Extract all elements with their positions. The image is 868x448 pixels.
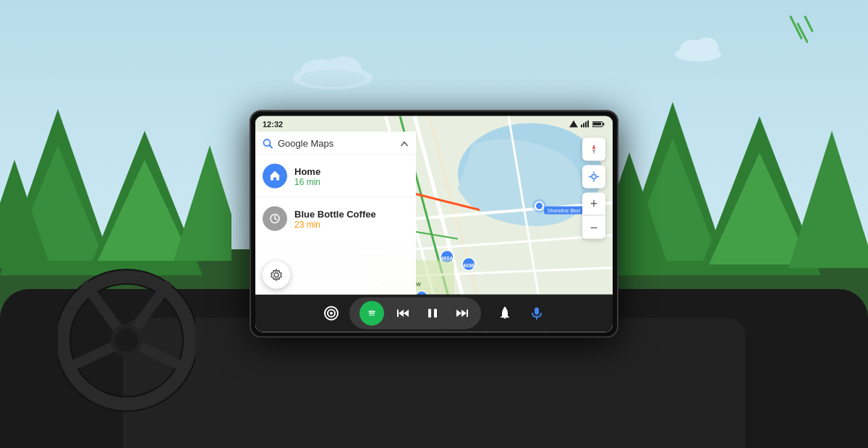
svg-marker-64 — [592, 150, 595, 155]
svg-marker-60 — [270, 171, 280, 176]
coffee-time: 23 min — [294, 219, 376, 229]
zoom-out-button[interactable]: − — [582, 216, 605, 239]
svg-rect-57 — [593, 123, 601, 126]
spotify-button[interactable] — [359, 301, 384, 326]
android-icon — [323, 306, 339, 322]
chevron-up-icon — [400, 139, 409, 147]
location-button[interactable] — [582, 165, 605, 189]
destination-coffee[interactable]: Blue Bottle Coffee 23 min — [255, 198, 416, 240]
bell-icon — [498, 306, 512, 321]
svg-rect-77 — [428, 309, 431, 318]
search-icon — [263, 138, 273, 148]
svg-marker-14 — [98, 160, 192, 261]
svg-rect-78 — [434, 309, 437, 318]
next-track-button[interactable] — [452, 304, 471, 323]
svg-rect-76 — [397, 310, 399, 317]
svg-rect-83 — [535, 308, 539, 315]
zoom-in-button[interactable]: + — [582, 193, 605, 216]
settings-button[interactable] — [263, 262, 290, 289]
home-info: Home 16 min — [294, 165, 320, 186]
svg-rect-81 — [467, 310, 468, 317]
bell-button[interactable] — [491, 300, 519, 327]
location-dot — [535, 202, 544, 211]
mic-icon — [529, 306, 544, 321]
gear-icon — [270, 269, 283, 282]
cloud-small — [673, 36, 723, 64]
destination-home[interactable]: Home 16 min — [255, 155, 416, 198]
svg-point-6 — [300, 69, 365, 87]
steering-wheel — [58, 264, 195, 419]
svg-marker-15 — [174, 145, 231, 261]
prev-track-button[interactable] — [394, 304, 413, 323]
svg-rect-54 — [587, 121, 589, 128]
map-controls: + − — [582, 138, 605, 239]
svg-marker-74 — [399, 310, 404, 317]
media-controls-group — [349, 298, 481, 329]
home-icon — [269, 171, 281, 182]
history-icon — [269, 213, 281, 225]
svg-marker-79 — [461, 310, 467, 317]
svg-point-9 — [695, 38, 718, 58]
status-icons — [569, 121, 605, 128]
compass-icon — [588, 144, 600, 155]
microphone-button[interactable] — [523, 300, 550, 327]
svg-point-82 — [504, 307, 506, 309]
coffee-icon-circle — [263, 207, 287, 231]
cloud — [289, 51, 376, 93]
svg-marker-50 — [569, 121, 578, 128]
status-time: 12:32 — [263, 120, 283, 129]
svg-marker-75 — [404, 310, 409, 317]
home-icon-circle — [263, 164, 287, 189]
svg-line-0 — [805, 17, 812, 31]
nav-bar — [255, 295, 613, 332]
map-label-shoreline: Shoreline Blvd — [544, 207, 584, 215]
home-name: Home — [294, 165, 320, 176]
compass-button[interactable] — [582, 138, 605, 161]
coffee-name: Blue Bottle Coffee — [294, 208, 376, 219]
crosshair-icon — [588, 171, 600, 183]
scene: 400A 400B GREENMEADOW 399B Shoreline Blv… — [0, 0, 868, 448]
trees-right — [615, 95, 868, 307]
svg-marker-20 — [788, 131, 868, 268]
svg-text:400A: 400A — [441, 256, 454, 261]
home-time: 16 min — [294, 176, 320, 186]
spotify-icon — [365, 307, 378, 320]
svg-point-62 — [274, 273, 278, 277]
search-bar[interactable]: Google Maps — [255, 132, 416, 155]
android-auto-button[interactable] — [318, 300, 345, 327]
android-auto-screen: 400A 400B GREENMEADOW 399B Shoreline Blv… — [255, 116, 613, 332]
status-bar: 12:32 — [255, 116, 613, 132]
svg-rect-51 — [581, 125, 582, 128]
svg-point-72 — [330, 312, 333, 315]
wifi-icon — [580, 121, 590, 128]
screen-bezel: 400A 400B GREENMEADOW 399B Shoreline Blv… — [250, 111, 618, 338]
svg-text:400B: 400B — [463, 263, 475, 268]
svg-marker-63 — [592, 145, 595, 150]
coffee-info: Blue Bottle Coffee 23 min — [294, 208, 376, 229]
svg-line-59 — [270, 145, 273, 148]
svg-rect-53 — [585, 122, 587, 128]
deco-lines — [765, 13, 816, 63]
svg-point-29 — [115, 329, 138, 352]
signal-icon — [569, 121, 578, 128]
pause-icon — [426, 307, 439, 320]
svg-marker-80 — [456, 310, 461, 317]
pause-button[interactable] — [423, 304, 442, 323]
search-label: Google Maps — [278, 138, 395, 149]
svg-point-65 — [592, 175, 596, 179]
next-icon — [455, 307, 468, 320]
svg-rect-52 — [583, 124, 584, 128]
prev-icon — [397, 307, 410, 320]
battery-icon — [592, 121, 605, 128]
svg-rect-56 — [603, 123, 605, 126]
